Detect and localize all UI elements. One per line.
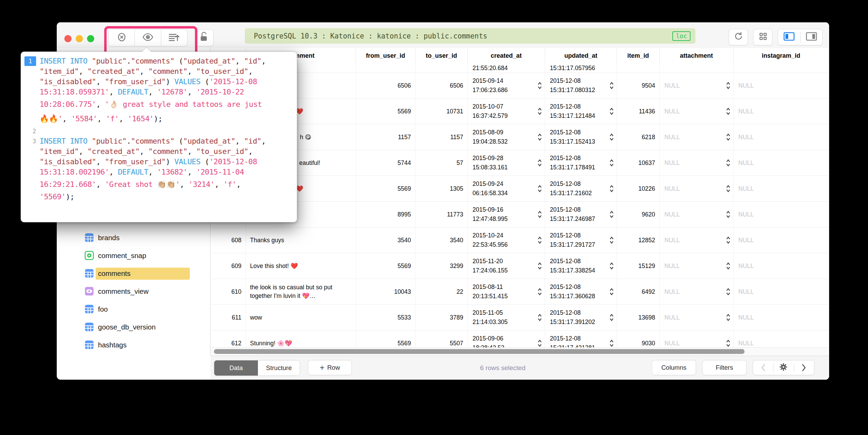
cell-attachment[interactable]: NULL [660,305,734,330]
table-row[interactable]: h 😋115711572015-08-0919:04:28.5322015-12… [210,124,829,150]
table-row-partial[interactable]: 21:55:20.68415:31:17.057956 [210,64,829,73]
cell-updated_at[interactable]: 2015-12-0815:31:17.360628 [545,279,617,304]
cell-to_user_id[interactable]: 1305 [415,176,468,201]
cell-id[interactable]: 610 [210,279,246,304]
value-stepper-icon[interactable] [609,313,614,322]
cell-item_id[interactable]: 13698 [617,305,660,330]
cell-to_user_id[interactable] [415,64,468,72]
value-stepper-icon[interactable] [538,185,542,193]
value-stepper-icon[interactable] [726,159,730,167]
cell-item_id[interactable]: 6218 [617,124,660,150]
minimize-button[interactable] [76,35,83,42]
scrollbar-thumb[interactable] [214,349,745,354]
cell-item_id[interactable]: 10226 [617,176,660,201]
value-stepper-icon[interactable] [726,262,730,270]
cell-instagram_id[interactable]: NULL [734,202,829,227]
value-stepper-icon[interactable] [609,185,614,193]
cell-instagram_id[interactable]: NULL [734,73,829,98]
preview-eye-button[interactable] [135,29,161,46]
cell-from_user_id[interactable]: 10043 [356,279,415,304]
cell-attachment[interactable]: NULL [660,176,734,201]
cell-updated_at[interactable]: 2015-12-0815:31:17.391202 [545,305,617,330]
value-stepper-icon[interactable] [538,236,542,244]
cell-created_at[interactable]: 2015-09-2815:08:33.161 [468,150,545,176]
sidebar-item-comment_snap[interactable]: comment_snap [57,247,210,265]
value-stepper-icon[interactable] [609,107,614,115]
previous-page-button[interactable] [753,364,773,371]
cell-attachment[interactable]: NULL [660,99,734,124]
cell-from_user_id[interactable]: 6506 [356,73,415,98]
value-stepper-icon[interactable] [538,210,542,219]
discard-circle-x-button[interactable] [108,29,135,46]
cell-attachment[interactable]: NULL [660,73,734,98]
cell-comment[interactable]: the look is so casual but so put togethe… [246,279,356,304]
value-stepper-icon[interactable] [726,236,730,244]
cell-to_user_id[interactable]: 1157 [415,124,468,150]
column-header-to_user_id[interactable]: to_user_id [415,48,468,64]
cell-item_id[interactable]: 12852 [617,227,660,253]
cell-updated_at[interactable]: 2015-12-0815:31:17.338254 [545,253,617,279]
value-stepper-icon[interactable] [726,185,730,193]
value-stepper-icon[interactable] [538,339,542,347]
cell-instagram_id[interactable]: NULL [734,99,829,124]
cell-updated_at[interactable]: 2015-12-0815:31:17.21602 [545,176,617,201]
cell-item_id[interactable]: 6492 [617,279,660,304]
next-page-button[interactable] [794,364,814,371]
cell-comment[interactable]: wow [246,305,356,330]
value-stepper-icon[interactable] [609,262,614,270]
column-header-attachment[interactable]: attachment [660,48,734,64]
value-stepper-icon[interactable] [538,81,542,90]
sidebar-item-goose_db_version[interactable]: goose_db_version [57,318,210,336]
cell-created_at[interactable]: 2015-08-1120:13:51.415 [468,279,545,304]
cell-instagram_id[interactable] [734,64,829,72]
cell-to_user_id[interactable]: 22 [415,279,468,304]
value-stepper-icon[interactable] [609,339,614,347]
cell-comment[interactable]: Love this shot! ❤️ [246,253,356,279]
cell-from_user_id[interactable]: 3540 [356,227,415,253]
sidebar-item-brands[interactable]: brands [57,229,210,247]
horizontal-scrollbar[interactable] [210,347,829,355]
lock-button[interactable] [194,29,214,46]
cell-from_user_id[interactable]: 8995 [356,202,415,227]
cell-from_user_id[interactable]: 5569 [356,176,415,201]
cell-created_at[interactable]: 2015-09-1417:06:23.686 [468,73,545,98]
cell-created_at[interactable]: 2015-10-0716:37:42.579 [468,99,545,124]
value-stepper-icon[interactable] [726,133,730,141]
value-stepper-icon[interactable] [609,236,614,244]
cell-id[interactable]: 611 [210,305,246,330]
column-header-from_user_id[interactable]: from_user_id [356,48,415,64]
toggle-right-panel-button[interactable] [800,32,823,43]
zoom-button[interactable] [87,35,94,42]
value-stepper-icon[interactable] [538,107,542,115]
cell-updated_at[interactable]: 15:31:17.057956 [545,64,617,72]
cell-updated_at[interactable]: 2015-12-0815:31:17.121484 [545,99,617,124]
sidebar-item-hashtags[interactable]: hashtags [57,336,210,354]
cell-to_user_id[interactable]: 6506 [415,73,468,98]
columns-button[interactable]: Columns [652,360,696,375]
cell-from_user_id[interactable] [356,64,415,72]
cell-updated_at[interactable]: 2015-12-0815:31:17.178491 [545,150,617,176]
value-stepper-icon[interactable] [726,339,730,347]
cell-attachment[interactable]: NULL [660,227,734,253]
table-row[interactable]: 609Love this shot! ❤️556932992015-11-201… [210,253,829,279]
value-stepper-icon[interactable] [726,107,730,115]
cell-to_user_id[interactable]: 11773 [415,202,468,227]
value-stepper-icon[interactable] [538,313,542,322]
cell-to_user_id[interactable]: 3299 [415,253,468,279]
table-row[interactable]: 8995117732015-09-1612:47:48.9952015-12-0… [210,202,829,227]
cell-item_id[interactable]: 9504 [617,73,660,98]
table-row[interactable]: 650665062015-09-1417:06:23.6862015-12-08… [210,73,829,99]
table-row[interactable]: 610the look is so casual but so put toge… [210,279,829,305]
value-stepper-icon[interactable] [538,288,542,296]
cell-attachment[interactable]: NULL [660,279,734,304]
cell-attachment[interactable]: NULL [660,202,734,227]
cell-attachment[interactable]: NULL [660,150,734,176]
table-row[interactable]: 611wow553337892015-11-0521:14:03.3052015… [210,305,829,331]
sidebar-item-comments[interactable]: comments [57,265,210,282]
tab-structure[interactable]: Structure [258,360,300,376]
table-row[interactable]: ❤️5569107312015-10-0716:37:42.5792015-12… [210,99,829,124]
cell-from_user_id[interactable]: 5744 [356,150,415,176]
value-stepper-icon[interactable] [609,210,614,219]
cell-to_user_id[interactable]: 57 [415,150,468,176]
cell-instagram_id[interactable]: NULL [734,279,829,304]
